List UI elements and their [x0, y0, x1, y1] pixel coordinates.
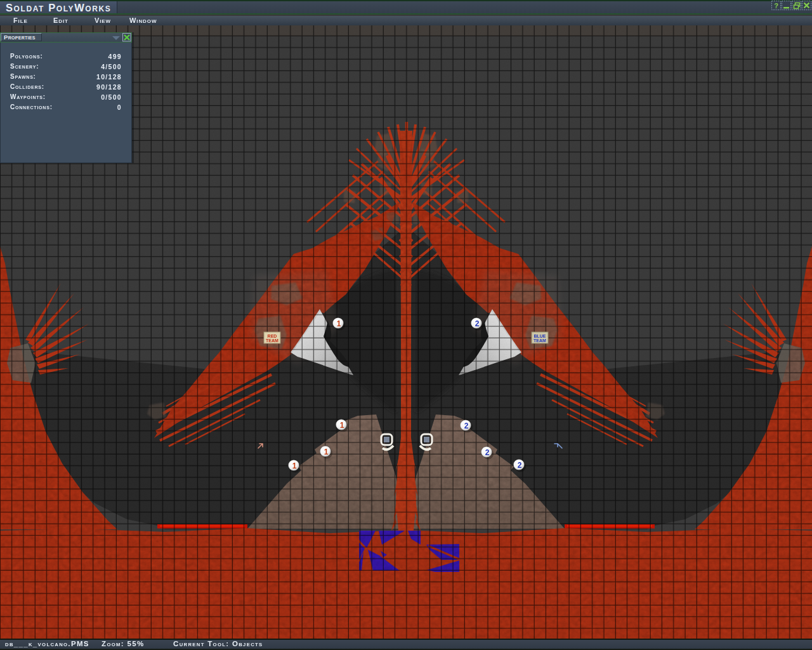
svg-text:1: 1: [292, 461, 297, 470]
svg-text:2: 2: [475, 319, 480, 328]
svg-text:?: ?: [774, 2, 778, 10]
svg-text:2: 2: [518, 461, 522, 470]
svg-text:1: 1: [337, 319, 341, 328]
svg-text:2: 2: [464, 421, 469, 430]
svg-text:TEAM: TEAM: [266, 338, 278, 343]
svg-text:BLUE: BLUE: [534, 334, 546, 338]
svg-text:2: 2: [485, 448, 490, 457]
svg-text:RED: RED: [268, 334, 277, 338]
svg-text:TEAM: TEAM: [534, 338, 546, 343]
svg-text:1: 1: [340, 421, 344, 430]
svg-text:1: 1: [324, 448, 329, 456]
